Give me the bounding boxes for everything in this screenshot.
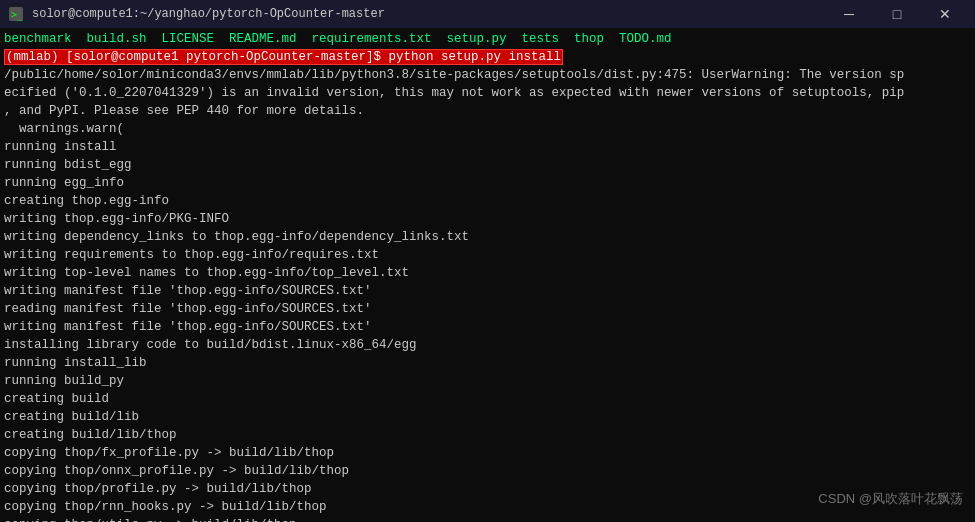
terminal-line: writing thop.egg-info/PKG-INFO [4,210,971,228]
terminal-output: /public/home/solor/miniconda3/envs/mmlab… [4,66,971,522]
terminal-line: ecified ('0.1.0_2207041329') is an inval… [4,84,971,102]
terminal-line: writing manifest file 'thop.egg-info/SOU… [4,282,971,300]
watermark: CSDN @风吹落叶花飘荡 [818,490,963,508]
terminal-line: warnings.warn( [4,120,971,138]
terminal-icon: >_ [8,6,24,22]
terminal-line: writing top-level names to thop.egg-info… [4,264,971,282]
maximize-button[interactable]: □ [875,0,919,28]
svg-text:>_: >_ [11,9,23,21]
terminal-line: running build_py [4,372,971,390]
terminal-line: creating build/lib [4,408,971,426]
prompt-line: (mmlab) [solor@compute1 pytorch-OpCounte… [4,48,971,66]
minimize-button[interactable]: ─ [827,0,871,28]
terminal-line: writing dependency_links to thop.egg-inf… [4,228,971,246]
terminal-line: creating build/lib/thop [4,426,971,444]
terminal-line: /public/home/solor/miniconda3/envs/mmlab… [4,66,971,84]
terminal-line: copying thop/onnx_profile.py -> build/li… [4,462,971,480]
terminal-line: writing manifest file 'thop.egg-info/SOU… [4,318,971,336]
prompt-highlight: (mmlab) [solor@compute1 pytorch-OpCounte… [4,49,563,65]
terminal-line: running egg_info [4,174,971,192]
terminal-line: running bdist_egg [4,156,971,174]
files-line: benchmark build.sh LICENSE README.md req… [4,30,971,48]
terminal-line: creating build [4,390,971,408]
title-bar: >_ solor@compute1:~/yanghao/pytorch-OpCo… [0,0,975,28]
terminal-line: reading manifest file 'thop.egg-info/SOU… [4,300,971,318]
terminal-line: writing requirements to thop.egg-info/re… [4,246,971,264]
window-controls[interactable]: ─ □ ✕ [827,0,967,28]
title-bar-left: >_ solor@compute1:~/yanghao/pytorch-OpCo… [8,6,385,22]
terminal-line: running install_lib [4,354,971,372]
terminal-window: >_ solor@compute1:~/yanghao/pytorch-OpCo… [0,0,975,522]
terminal-line: copying thop/utils.py -> build/lib/thop [4,516,971,522]
terminal-body[interactable]: benchmark build.sh LICENSE README.md req… [0,28,975,522]
terminal-line: creating thop.egg-info [4,192,971,210]
terminal-line: copying thop/fx_profile.py -> build/lib/… [4,444,971,462]
close-button[interactable]: ✕ [923,0,967,28]
terminal-line: installing library code to build/bdist.l… [4,336,971,354]
window-title: solor@compute1:~/yanghao/pytorch-OpCount… [32,7,385,21]
terminal-line: running install [4,138,971,156]
terminal-line: , and PyPI. Please see PEP 440 for more … [4,102,971,120]
